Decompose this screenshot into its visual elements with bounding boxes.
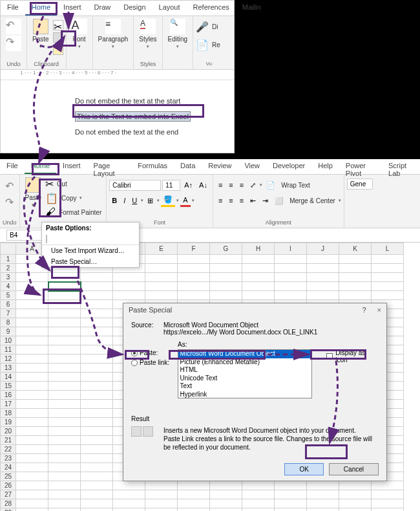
cell[interactable]: [307, 508, 339, 512]
list-item[interactable]: Microsoft Word Document Object: [178, 350, 312, 358]
col-header[interactable]: H: [242, 243, 275, 255]
cell[interactable]: [242, 264, 275, 273]
styles-button[interactable]: A Styles ▾: [136, 17, 159, 50]
cell[interactable]: [339, 490, 372, 499]
list-item[interactable]: Text: [178, 382, 312, 391]
cell[interactable]: [210, 490, 242, 499]
col-header[interactable]: L: [372, 243, 404, 255]
cell[interactable]: [48, 336, 81, 345]
cell[interactable]: [113, 481, 145, 490]
cell[interactable]: [372, 282, 404, 291]
font-name-combo[interactable]: [109, 180, 161, 191]
cell[interactable]: [145, 499, 178, 508]
cell[interactable]: [48, 400, 81, 409]
cell[interactable]: [48, 409, 81, 418]
row-header[interactable]: 17: [1, 400, 16, 409]
cell[interactable]: [48, 345, 81, 354]
cell[interactable]: [210, 273, 242, 282]
row-header[interactable]: 10: [1, 336, 16, 345]
orientation-icon[interactable]: ⤢: [247, 180, 258, 191]
cell[interactable]: [48, 436, 81, 445]
tab-data[interactable]: Data: [174, 159, 202, 174]
cell[interactable]: [48, 499, 81, 508]
as-listbox[interactable]: Microsoft Word Document Object Picture (…: [178, 349, 313, 398]
cell[interactable]: [145, 255, 178, 264]
reuse-button[interactable]: Re: [210, 41, 222, 49]
cell[interactable]: [48, 472, 81, 481]
row-header[interactable]: 23: [1, 454, 16, 463]
row-header[interactable]: 3: [1, 273, 16, 282]
cell[interactable]: [275, 291, 307, 300]
close-icon[interactable]: ×: [377, 306, 381, 314]
row-header[interactable]: 9: [1, 327, 16, 336]
tab-help[interactable]: Help: [311, 159, 339, 174]
cell[interactable]: [48, 427, 81, 436]
cell[interactable]: [81, 481, 113, 490]
tab-powerpivot[interactable]: Power Pivot: [339, 159, 382, 174]
cell[interactable]: [48, 490, 81, 499]
cell[interactable]: [81, 445, 113, 454]
cell[interactable]: [339, 282, 372, 291]
cell[interactable]: [307, 273, 339, 282]
tab-mailings[interactable]: Mailin: [236, 1, 268, 16]
cell[interactable]: [113, 282, 145, 291]
cell[interactable]: [339, 273, 372, 282]
cell[interactable]: [16, 436, 48, 445]
cell[interactable]: [275, 255, 307, 264]
cell[interactable]: [48, 454, 81, 463]
paste-option-icon[interactable]: [46, 235, 47, 243]
cell[interactable]: [16, 354, 48, 364]
redo-icon[interactable]: ↷: [5, 196, 14, 208]
list-item[interactable]: HTML: [178, 366, 312, 375]
tab-review[interactable]: Review: [202, 159, 238, 174]
cell[interactable]: [81, 427, 113, 436]
cell[interactable]: [81, 318, 113, 327]
cell[interactable]: [372, 508, 404, 512]
undo-button[interactable]: ↶ ↷: [3, 17, 24, 52]
cell[interactable]: [81, 499, 113, 508]
row-header[interactable]: 13: [1, 364, 16, 373]
cell[interactable]: [81, 373, 113, 382]
copy-button[interactable]: Copy: [59, 194, 78, 202]
align-left-icon[interactable]: ≡: [216, 195, 225, 206]
row-header[interactable]: 24: [1, 463, 16, 472]
dictate-button[interactable]: Di: [210, 23, 220, 31]
format-painter-button[interactable]: Format Painter: [57, 208, 103, 217]
row-header[interactable]: 20: [1, 427, 16, 436]
cell[interactable]: [16, 391, 48, 400]
cell[interactable]: [81, 273, 113, 282]
cell[interactable]: [16, 273, 48, 282]
formula-input[interactable]: [123, 230, 414, 241]
cancel-button[interactable]: Cancel: [329, 463, 379, 475]
row-header[interactable]: 6: [1, 300, 16, 309]
cut-icon[interactable]: ✂: [53, 20, 63, 30]
cell[interactable]: [16, 409, 48, 418]
cell[interactable]: [339, 481, 372, 490]
cell[interactable]: [48, 463, 81, 472]
cell[interactable]: [339, 508, 372, 512]
border-button[interactable]: ⊞: [145, 195, 156, 206]
cell[interactable]: [210, 499, 242, 508]
cell[interactable]: [242, 273, 275, 282]
cell[interactable]: [81, 354, 113, 364]
cell[interactable]: [81, 436, 113, 445]
cell[interactable]: [16, 400, 48, 409]
cell[interactable]: [307, 490, 339, 499]
cell[interactable]: [242, 282, 275, 291]
cell[interactable]: [16, 282, 48, 291]
cell[interactable]: [178, 481, 210, 490]
cell[interactable]: [81, 490, 113, 499]
cell[interactable]: [178, 508, 210, 512]
cell[interactable]: [145, 273, 178, 282]
align-top-icon[interactable]: ≡: [216, 180, 225, 190]
font-color-button[interactable]: A: [180, 195, 190, 207]
list-item[interactable]: Hyperlink: [178, 391, 312, 399]
cell[interactable]: [81, 463, 113, 472]
cell[interactable]: [307, 481, 339, 490]
cell[interactable]: [307, 291, 339, 300]
editing-button[interactable]: 🔍 Editing ▾: [165, 17, 191, 50]
cell[interactable]: [339, 499, 372, 508]
tab-home[interactable]: Home: [25, 1, 57, 16]
cell[interactable]: [372, 490, 404, 499]
cell[interactable]: [81, 291, 113, 300]
